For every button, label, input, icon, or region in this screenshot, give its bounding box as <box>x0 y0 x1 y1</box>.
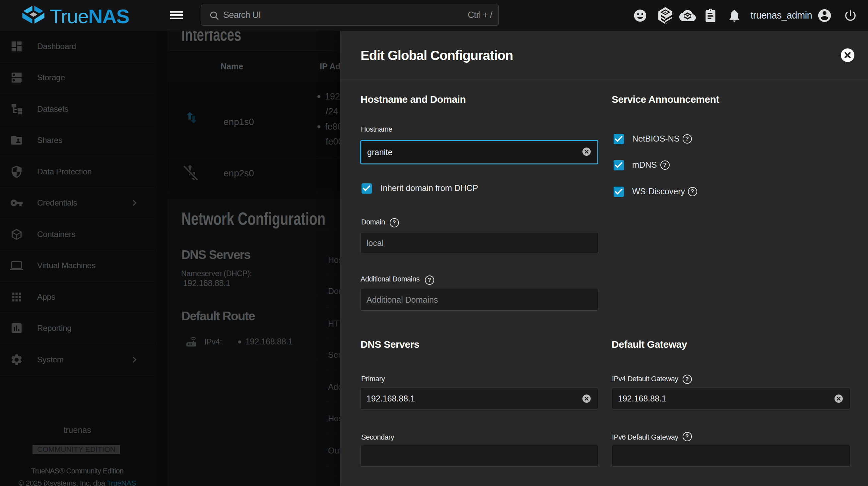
search-box[interactable]: Search UI Ctrl + / <box>201 5 499 26</box>
netbios-help-icon[interactable] <box>683 134 692 143</box>
truenas-connect-icon[interactable] <box>657 0 673 31</box>
topbar: TrueNAS Search UI Ctrl + / <box>0 0 868 31</box>
ws-discovery-label: WS-Discovery <box>632 187 685 196</box>
secondary-dns-label: Secondary <box>361 433 394 442</box>
dialog-title: Edit Global Configuration <box>361 48 513 63</box>
username: truenas_admin <box>751 0 812 31</box>
additional-domains-input[interactable] <box>360 289 598 311</box>
ipv6-gateway-input[interactable] <box>612 445 850 467</box>
hostname-label: Hostname <box>361 125 392 134</box>
hostname-input[interactable] <box>360 140 598 164</box>
section-default-gateway: Default Gateway <box>612 339 687 350</box>
additional-domains-label: Additional Domains <box>361 275 420 284</box>
ipv6-gateway-help-icon[interactable] <box>683 432 692 441</box>
menu-toggle-button[interactable] <box>170 10 183 21</box>
ipv6-gateway-label: IPv6 Default Gateway <box>612 433 678 442</box>
truenas-logo-icon <box>22 6 45 24</box>
section-dns-servers: DNS Servers <box>361 339 419 350</box>
search-shortcut: Ctrl + / <box>468 5 492 25</box>
power-icon[interactable] <box>842 0 858 31</box>
mdns-label: mDNS <box>632 160 657 170</box>
netbios-checkbox[interactable] <box>614 134 624 144</box>
account-circle-icon[interactable] <box>816 0 833 31</box>
netbios-label: NetBIOS-NS <box>632 134 680 143</box>
domain-help-icon[interactable] <box>390 218 399 227</box>
section-hostname-and-domain: Hostname and Domain <box>361 94 466 105</box>
section-service-announcement: Service Announcement <box>612 94 719 105</box>
mdns-help-icon[interactable] <box>660 160 670 170</box>
clear-primary-dns-icon[interactable] <box>582 394 591 403</box>
ipv4-gateway-help-icon[interactable] <box>683 375 692 384</box>
secondary-dns-input[interactable] <box>360 445 598 467</box>
mdns-checkbox[interactable] <box>614 160 624 170</box>
notifications-bell-icon[interactable] <box>726 0 742 31</box>
primary-dns-label: Primary <box>361 375 385 383</box>
search-icon <box>209 10 220 21</box>
ipv4-gateway-label: IPv4 Default Gateway <box>612 375 678 383</box>
close-dialog-button[interactable] <box>841 48 855 62</box>
feedback-smiley-icon[interactable] <box>632 0 648 31</box>
clear-hostname-icon[interactable] <box>582 148 591 156</box>
dialog-header-divider <box>340 79 868 80</box>
search-placeholder: Search UI <box>223 5 261 25</box>
primary-dns-input[interactable] <box>360 388 598 410</box>
inherit-domain-checkbox[interactable] <box>362 183 372 194</box>
ws-discovery-checkbox[interactable] <box>614 187 624 197</box>
additional-domains-help-icon[interactable] <box>425 276 434 285</box>
edit-global-configuration-dialog: Edit Global Configuration Hostname and D… <box>340 31 868 486</box>
ipv4-gateway-input[interactable] <box>612 388 850 410</box>
truenas-app: Interfaces Name IP Addresses enp1s0 192.… <box>0 0 868 486</box>
clear-ipv4-gateway-icon[interactable] <box>835 394 843 403</box>
ws-discovery-help-icon[interactable] <box>688 187 697 196</box>
domain-label: Domain <box>361 218 385 226</box>
inherit-domain-label: Inherit domain from DHCP <box>380 183 478 193</box>
jobs-clipboard-icon[interactable] <box>703 0 718 31</box>
domain-input[interactable] <box>360 232 598 254</box>
truenas-logo-text: TrueNAS <box>50 1 129 32</box>
cloud-status-icon[interactable] <box>679 0 696 31</box>
